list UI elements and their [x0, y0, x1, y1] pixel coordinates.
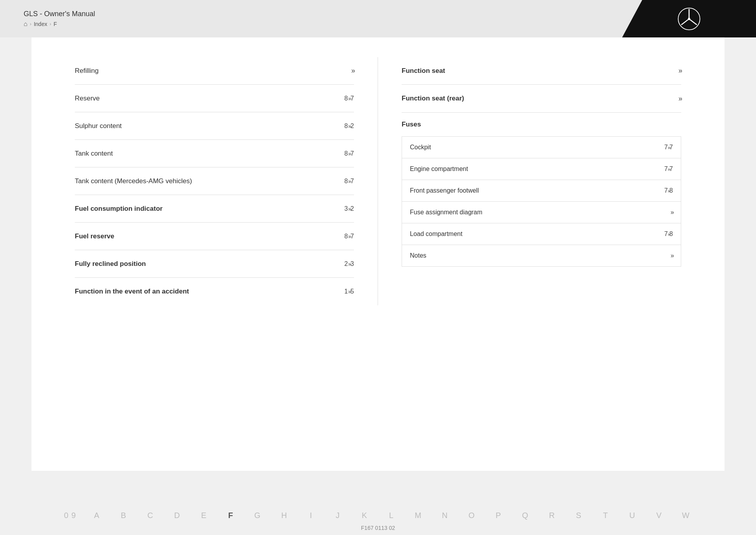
entry-page: 2»3	[344, 260, 354, 268]
alpha-u[interactable]: U	[619, 509, 646, 522]
alpha-j[interactable]: J	[324, 509, 351, 522]
fuses-title: Fuses	[402, 121, 421, 128]
fuse-row-notes[interactable]: Notes »	[402, 245, 681, 266]
breadcrumb-f[interactable]: F	[54, 21, 57, 27]
alpha-p[interactable]: P	[485, 509, 512, 522]
svg-point-1	[688, 18, 690, 20]
fuse-label: Load compartment	[410, 230, 462, 238]
alpha-w[interactable]: W	[673, 509, 699, 522]
entry-page: 1»5	[344, 288, 354, 295]
alpha-r[interactable]: R	[539, 509, 565, 522]
entry-fully-reclined[interactable]: Fully reclined position 2»3	[75, 250, 354, 278]
double-arrow-icon: »	[351, 67, 354, 75]
fuse-row-cockpit[interactable]: Cockpit 7»7	[402, 137, 681, 158]
right-column: Function seat » Function seat (rear) » F…	[378, 57, 681, 305]
entry-page: 8»2	[344, 123, 354, 130]
header-left: GLS - Owner's Manual ⌂ › Index › F	[24, 10, 95, 28]
entry-label: Reserve	[75, 94, 100, 103]
entry-label: Sulphur content	[75, 121, 122, 131]
breadcrumb: ⌂ › Index › F	[24, 20, 95, 28]
entry-page: »	[351, 67, 354, 75]
home-icon[interactable]: ⌂	[24, 20, 28, 28]
entry-page: »	[678, 95, 681, 103]
alpha-q[interactable]: Q	[512, 509, 539, 522]
page-footer: 0 9 A B C D E F G H I J K L M N O P Q R …	[0, 502, 756, 535]
alpha-c[interactable]: C	[137, 509, 164, 522]
entry-label: Tank content (Mercedes-AMG vehicles)	[75, 176, 192, 186]
fuse-row-engine[interactable]: Engine compartment 7»7	[402, 158, 681, 180]
entry-page: 8»7	[344, 233, 354, 240]
entry-reserve[interactable]: Reserve 8»7	[75, 85, 354, 112]
entry-label: Tank content	[75, 149, 113, 158]
alpha-b[interactable]: B	[110, 509, 137, 522]
fuse-page: 7»7	[664, 144, 673, 151]
entry-page: »	[678, 67, 681, 75]
logo-area	[622, 0, 756, 37]
fuse-row-load[interactable]: Load compartment 7»8	[402, 223, 681, 245]
entry-sulphur[interactable]: Sulphur content 8»2	[75, 112, 354, 140]
alpha-m[interactable]: M	[405, 509, 432, 522]
alpha-a[interactable]: A	[83, 509, 110, 522]
alpha-e[interactable]: E	[191, 509, 217, 522]
double-arrow-icon: »	[678, 95, 681, 103]
entry-page: 8»7	[344, 95, 354, 102]
alpha-s[interactable]: S	[565, 509, 592, 522]
alpha-v[interactable]: V	[646, 509, 673, 522]
entry-function-seat-rear[interactable]: Function seat (rear) »	[402, 85, 681, 112]
breadcrumb-index[interactable]: Index	[34, 21, 47, 27]
fuses-header: Fuses	[402, 113, 681, 137]
entry-label: Fully reclined position	[75, 259, 146, 269]
fuse-label: Front passenger footwell	[410, 187, 479, 194]
fuse-label: Engine compartment	[410, 165, 468, 173]
entry-page: 8»7	[344, 178, 354, 185]
main-content: Refilling » Reserve 8»7 Sulphur content …	[32, 37, 724, 471]
entry-page: 8»7	[344, 150, 354, 157]
fuse-page: »	[671, 209, 673, 216]
fuse-page: 7»8	[664, 230, 673, 238]
alpha-f[interactable]: F	[217, 509, 244, 522]
alpha-i[interactable]: I	[298, 509, 324, 522]
alpha-09[interactable]: 0 9	[57, 509, 83, 522]
entry-tank-content[interactable]: Tank content 8»7	[75, 140, 354, 167]
entry-label: Function seat (rear)	[402, 94, 464, 103]
alpha-g[interactable]: G	[244, 509, 271, 522]
breadcrumb-sep-2: ›	[50, 21, 51, 27]
fuse-row-assignment[interactable]: Fuse assignment diagram »	[402, 202, 681, 223]
mercedes-logo	[677, 7, 701, 31]
fuse-label: Fuse assignment diagram	[410, 209, 482, 216]
breadcrumb-sep-1: ›	[30, 21, 32, 27]
entry-refilling[interactable]: Refilling »	[75, 57, 354, 85]
fuses-section: Fuses Cockpit 7»7 Engine compartment 7»7…	[402, 113, 681, 267]
alpha-o[interactable]: O	[458, 509, 485, 522]
entry-function-seat[interactable]: Function seat »	[402, 57, 681, 85]
entry-label: Function seat	[402, 66, 445, 76]
fuse-page: »	[671, 252, 673, 259]
alpha-n[interactable]: N	[432, 509, 458, 522]
manual-title: GLS - Owner's Manual	[24, 10, 95, 18]
footer-code: F167 0113 02	[0, 525, 756, 531]
fuses-inner-table: Cockpit 7»7 Engine compartment 7»7 Front…	[402, 137, 681, 267]
double-arrow-icon: »	[678, 67, 681, 75]
entry-function-accident[interactable]: Function in the event of an accident 1»5	[75, 278, 354, 305]
alphabet-nav: 0 9 A B C D E F G H I J K L M N O P Q R …	[0, 509, 756, 522]
alpha-k[interactable]: K	[351, 509, 378, 522]
left-column: Refilling » Reserve 8»7 Sulphur content …	[75, 57, 378, 305]
entry-fuel-reserve[interactable]: Fuel reserve 8»7	[75, 223, 354, 250]
alpha-t[interactable]: T	[592, 509, 619, 522]
index-grid: Refilling » Reserve 8»7 Sulphur content …	[75, 57, 681, 305]
entry-label: Function in the event of an accident	[75, 287, 189, 296]
page-header: GLS - Owner's Manual ⌂ › Index › F	[0, 0, 756, 37]
alpha-d[interactable]: D	[164, 509, 191, 522]
fuse-label: Notes	[410, 252, 426, 259]
alpha-l[interactable]: L	[378, 509, 405, 522]
fuse-page: 7»7	[664, 165, 673, 173]
alpha-h[interactable]: H	[271, 509, 298, 522]
entry-label: Fuel reserve	[75, 232, 114, 241]
fuse-label: Cockpit	[410, 144, 431, 151]
entry-tank-content-amg[interactable]: Tank content (Mercedes-AMG vehicles) 8»7	[75, 167, 354, 195]
entry-label: Fuel consumption indicator	[75, 204, 163, 214]
right-top-entries: Function seat » Function seat (rear) »	[402, 57, 681, 113]
fuse-row-front-footwell[interactable]: Front passenger footwell 7»8	[402, 180, 681, 202]
entry-label: Refilling	[75, 66, 98, 76]
entry-fuel-consumption[interactable]: Fuel consumption indicator 3»2	[75, 195, 354, 223]
